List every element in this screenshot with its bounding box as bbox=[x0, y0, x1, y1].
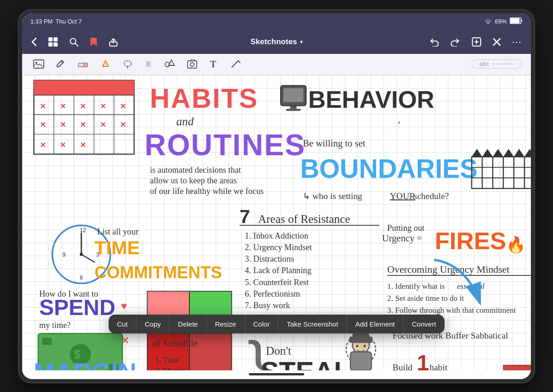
svg-line-82 bbox=[81, 254, 94, 262]
grid-view-button[interactable] bbox=[45, 35, 61, 49]
bluetooth-icon bbox=[143, 57, 154, 71]
svg-text:BOUNDARIES: BOUNDARIES bbox=[300, 154, 478, 183]
pen-button[interactable] bbox=[54, 57, 67, 71]
svg-text:1. Time: 1. Time bbox=[155, 355, 180, 364]
svg-text:of our life healthy while we f: of our life healthy while we focus bbox=[150, 186, 264, 195]
svg-rect-169 bbox=[286, 109, 301, 111]
svg-text:×: × bbox=[60, 119, 66, 129]
svg-rect-60 bbox=[472, 157, 531, 188]
context-menu: Cut Copy Delete Resize Color Take Screen… bbox=[109, 315, 445, 333]
svg-text:9: 9 bbox=[62, 251, 65, 257]
context-resize-button[interactable]: Resize bbox=[206, 315, 245, 333]
svg-marker-70 bbox=[482, 149, 493, 157]
canvas-area[interactable]: × × × × × × × × × × × × × HABITS and bbox=[22, 75, 531, 370]
svg-text:ROUTINES: ROUTINES bbox=[145, 128, 306, 161]
svg-text:schedule?: schedule? bbox=[414, 191, 449, 200]
svg-text:1. Inbox Addiction: 1. Inbox Addiction bbox=[245, 231, 308, 240]
svg-text:2. Urgency Mindset: 2. Urgency Mindset bbox=[245, 243, 312, 252]
document-title[interactable]: Sketchnotes bbox=[250, 37, 297, 47]
context-color-button[interactable]: Color bbox=[245, 315, 278, 333]
svg-rect-14 bbox=[34, 60, 44, 68]
status-bar: 1:33 PM Thu Oct 7 69% bbox=[22, 13, 531, 30]
shapes-button[interactable] bbox=[162, 57, 177, 71]
svg-text:♥: ♥ bbox=[121, 300, 127, 312]
svg-text:×: × bbox=[60, 139, 66, 149]
svg-point-143 bbox=[356, 345, 359, 347]
svg-line-27 bbox=[238, 61, 240, 63]
svg-text:12: 12 bbox=[80, 227, 86, 234]
svg-marker-22 bbox=[169, 60, 174, 65]
date-display: Thu Oct 7 bbox=[55, 18, 82, 25]
svg-text:3. Distractions: 3. Distractions bbox=[245, 254, 294, 263]
svg-text:4. Lack of Planning: 4. Lack of Planning bbox=[245, 266, 311, 275]
redo-button[interactable] bbox=[447, 35, 463, 48]
svg-rect-2 bbox=[48, 37, 53, 41]
photo-button[interactable] bbox=[185, 58, 199, 70]
svg-line-7 bbox=[75, 43, 78, 46]
magic-button[interactable] bbox=[229, 58, 242, 70]
svg-rect-142 bbox=[353, 333, 370, 338]
main-toolbar: Sketchnotes ▾ bbox=[22, 30, 531, 54]
svg-text:7: 7 bbox=[240, 205, 250, 227]
svg-text:HABITS: HABITS bbox=[150, 82, 258, 113]
battery-icon bbox=[510, 18, 523, 25]
svg-rect-168 bbox=[290, 105, 297, 109]
svg-text:×: × bbox=[80, 100, 86, 111]
svg-text:Urgency =: Urgency = bbox=[382, 233, 422, 243]
svg-point-144 bbox=[364, 345, 366, 347]
search-button[interactable] bbox=[66, 35, 81, 48]
text-placeholder-pill: abc ~~~~~~ bbox=[471, 59, 522, 69]
context-add-element-button[interactable]: Add Element bbox=[347, 315, 404, 333]
back-button[interactable] bbox=[29, 35, 40, 48]
svg-text:5. Counterfeit Rest: 5. Counterfeit Rest bbox=[245, 277, 309, 287]
blue-arrow bbox=[429, 255, 489, 315]
context-delete-button[interactable]: Delete bbox=[170, 315, 206, 333]
svg-rect-4 bbox=[48, 42, 53, 47]
svg-text:Putting out: Putting out bbox=[387, 223, 424, 232]
svg-marker-73 bbox=[514, 149, 524, 157]
text-button[interactable]: T bbox=[207, 57, 220, 71]
share-button[interactable] bbox=[106, 35, 121, 49]
time-display: 1:33 PM bbox=[30, 18, 53, 25]
svg-rect-16 bbox=[78, 63, 84, 67]
svg-text:YOUR: YOUR bbox=[390, 191, 415, 200]
highlighter-button[interactable] bbox=[99, 57, 112, 71]
svg-text:List all your: List all your bbox=[97, 227, 138, 236]
svg-text:of Schedule: of Schedule bbox=[153, 338, 198, 348]
undo-button[interactable] bbox=[426, 35, 442, 48]
svg-text:×: × bbox=[100, 100, 106, 111]
svg-rect-154 bbox=[503, 365, 531, 370]
svg-text:Be willing to set: Be willing to set bbox=[303, 138, 365, 148]
image-insert-button[interactable] bbox=[31, 58, 46, 70]
eraser-button[interactable] bbox=[76, 58, 90, 70]
svg-line-26 bbox=[232, 61, 238, 67]
home-bar bbox=[249, 373, 304, 375]
svg-text:,: , bbox=[398, 114, 400, 124]
svg-text:7. Busy work: 7. Busy work bbox=[245, 300, 290, 310]
svg-text:FIRES: FIRES bbox=[435, 227, 506, 254]
svg-text:×: × bbox=[40, 100, 46, 111]
lasso-button[interactable] bbox=[121, 57, 135, 71]
bookmark-button[interactable] bbox=[87, 35, 100, 49]
svg-text:×: × bbox=[120, 119, 126, 129]
svg-text:T: T bbox=[210, 59, 217, 69]
drawing-toolbar: T abc ~~~~~~ bbox=[22, 54, 531, 75]
battery-percentage: 69% bbox=[495, 18, 507, 25]
svg-text:TIME: TIME bbox=[94, 237, 140, 258]
title-chevron-icon: ▾ bbox=[300, 39, 303, 45]
add-page-button[interactable] bbox=[469, 35, 484, 49]
context-convert-button[interactable]: Convert bbox=[404, 315, 445, 333]
svg-text:×: × bbox=[80, 119, 86, 129]
svg-text:}: } bbox=[247, 329, 269, 370]
svg-text:MARGIN: MARGIN bbox=[34, 357, 136, 370]
context-copy-button[interactable]: Copy bbox=[136, 315, 170, 333]
svg-rect-23 bbox=[188, 61, 197, 68]
close-button[interactable] bbox=[490, 36, 504, 48]
ipad-device: 1:33 PM Thu Oct 7 69% bbox=[18, 10, 535, 383]
context-screenshot-button[interactable]: Take Screenshot bbox=[278, 315, 347, 333]
svg-text:is automated decisions that: is automated decisions that bbox=[150, 165, 241, 174]
svg-rect-140 bbox=[350, 351, 371, 370]
context-cut-button[interactable]: Cut bbox=[109, 315, 136, 333]
more-options-button[interactable]: ··· bbox=[509, 34, 524, 50]
svg-text:×: × bbox=[120, 100, 126, 111]
